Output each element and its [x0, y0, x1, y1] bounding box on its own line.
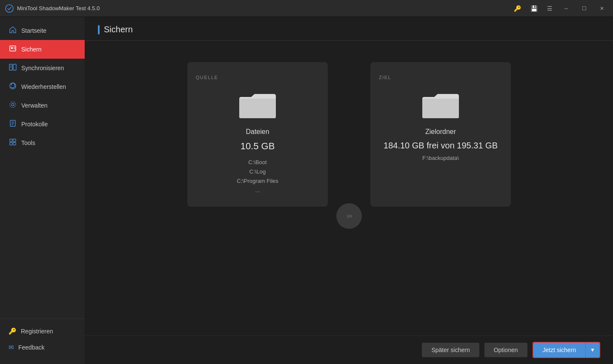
- source-path-3: C:\Program Files: [237, 176, 278, 186]
- source-card-label: QUELLE: [196, 75, 218, 80]
- dest-folder-icon: [421, 88, 460, 120]
- titlebar-left: MiniTool ShadowMaker Test 4.5.0: [5, 4, 100, 13]
- backup-icon: [9, 45, 17, 54]
- sidebar: Startseite Sichern: [0, 17, 85, 364]
- source-card[interactable]: QUELLE Dateien 10.5 GB C:\Boot C:\Log C:…: [187, 62, 328, 207]
- source-path-2: C:\Log: [237, 167, 278, 176]
- dest-card-path: F:\backupdata\: [422, 155, 459, 161]
- dest-card[interactable]: ZIEL Zielordner 184.10 GB frei von 195.3…: [370, 62, 511, 207]
- page-title: Sichern: [104, 25, 133, 34]
- sidebar-item-wiederherstellen[interactable]: Wiederherstellen: [0, 77, 85, 96]
- svg-rect-23: [422, 99, 459, 118]
- sync-icon: [9, 63, 17, 73]
- sidebar-item-tools[interactable]: Tools: [0, 134, 85, 152]
- restore-icon: [9, 82, 17, 91]
- sidebar-bottom: 🔑 Registrieren ✉ Feedback: [0, 318, 85, 364]
- dest-card-size: 184.10 GB frei von 195.31 GB: [384, 141, 498, 151]
- source-folder-icon: [238, 88, 277, 120]
- later-button[interactable]: Später sichern: [422, 343, 479, 357]
- svg-point-11: [10, 102, 16, 108]
- pin-icon[interactable]: 🔑: [512, 3, 523, 14]
- disk-icon[interactable]: 💾: [529, 3, 539, 14]
- backup-now-button[interactable]: Jetzt sichern: [533, 343, 586, 357]
- titlebar-right: 🔑 💾 ☰ ─ ☐ ✕: [512, 3, 608, 14]
- sidebar-nav: Startseite Sichern: [0, 17, 85, 318]
- sidebar-item-registrieren[interactable]: 🔑 Registrieren: [0, 323, 85, 339]
- dest-card-name: Zielordner: [425, 128, 456, 136]
- sidebar-item-verwalten[interactable]: Verwalten: [0, 96, 85, 115]
- sidebar-label-verwalten: Verwalten: [21, 102, 47, 109]
- log-icon: [9, 119, 17, 129]
- footer: Später sichern Optionen Jetzt sichern ▼: [85, 336, 613, 364]
- sidebar-item-feedback[interactable]: ✉ Feedback: [0, 339, 85, 355]
- cards-area: QUELLE Dateien 10.5 GB C:\Boot C:\Log C:…: [85, 41, 613, 336]
- svg-rect-19: [13, 142, 16, 145]
- feedback-icon: ✉: [9, 344, 14, 351]
- register-icon: 🔑: [9, 327, 17, 335]
- backup-now-container: Jetzt sichern ▼: [533, 342, 600, 358]
- svg-rect-21: [239, 99, 276, 118]
- minimize-button[interactable]: ─: [560, 3, 572, 14]
- svg-point-10: [11, 103, 14, 106]
- sidebar-item-protokolle[interactable]: Protokolle: [0, 115, 85, 134]
- source-path-1: C:\Boot: [237, 158, 278, 167]
- source-path-more: ...: [237, 186, 278, 195]
- source-card-size: 10.5 GB: [241, 141, 275, 152]
- header-accent-bar: [98, 25, 100, 34]
- sidebar-item-synchronisieren[interactable]: Synchronisieren: [0, 59, 85, 77]
- maximize-button[interactable]: ☐: [578, 3, 590, 14]
- sidebar-item-sichern[interactable]: Sichern: [0, 40, 85, 59]
- arrow-icon: ›››: [347, 211, 352, 220]
- app-title: MiniTool ShadowMaker Test 4.5.0: [17, 5, 100, 11]
- svg-rect-2: [11, 47, 13, 49]
- sidebar-item-startseite[interactable]: Startseite: [0, 21, 85, 40]
- sidebar-label-tools: Tools: [21, 139, 35, 146]
- arrow-circle: ›››: [336, 203, 362, 229]
- home-icon: [9, 26, 17, 35]
- sidebar-label-registrieren: Registrieren: [21, 328, 53, 335]
- svg-rect-18: [10, 142, 12, 145]
- main-layout: Startseite Sichern: [0, 17, 613, 364]
- svg-rect-16: [10, 139, 12, 142]
- svg-rect-6: [13, 64, 16, 70]
- source-card-name: Dateien: [246, 128, 269, 136]
- titlebar: MiniTool ShadowMaker Test 4.5.0 🔑 💾 ☰ ─ …: [0, 0, 613, 17]
- sidebar-label-synchronisieren: Synchronisieren: [21, 65, 64, 71]
- source-card-paths: C:\Boot C:\Log C:\Program Files ...: [237, 158, 278, 195]
- menu-icon[interactable]: ☰: [545, 3, 554, 14]
- sidebar-label-feedback: Feedback: [18, 344, 44, 351]
- options-button[interactable]: Optionen: [484, 343, 527, 357]
- sidebar-label-protokolle: Protokolle: [21, 121, 48, 128]
- svg-point-0: [6, 5, 13, 12]
- svg-rect-17: [13, 139, 16, 142]
- sidebar-label-sichern: Sichern: [21, 46, 41, 53]
- sidebar-label-wiederherstellen: Wiederherstellen: [21, 83, 66, 90]
- content-area: Sichern QUELLE Dateien 10.5 GB C:\Boot: [85, 17, 613, 364]
- dest-card-label: ZIEL: [379, 75, 391, 80]
- backup-now-dropdown-button[interactable]: ▼: [585, 343, 599, 357]
- tools-icon: [9, 138, 17, 148]
- app-logo-icon: [5, 4, 14, 13]
- page-header: Sichern: [85, 17, 613, 41]
- manage-icon: [9, 101, 17, 110]
- close-button[interactable]: ✕: [596, 3, 608, 14]
- sidebar-label-startseite: Startseite: [21, 27, 46, 34]
